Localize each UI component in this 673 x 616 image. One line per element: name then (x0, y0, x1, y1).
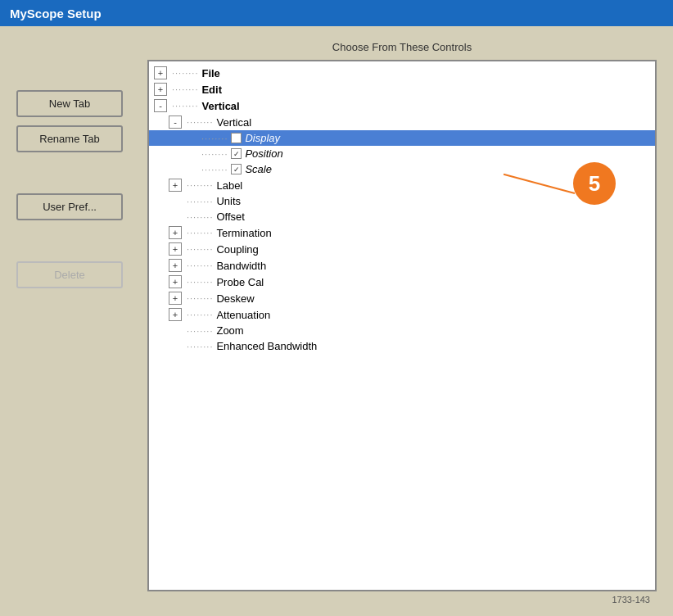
expander-vertical-sub[interactable]: - (169, 116, 182, 129)
expander-termination[interactable]: + (169, 226, 182, 239)
panel-title: Choose From These Controls (147, 41, 657, 53)
tree-label-termination: Termination (216, 227, 271, 239)
new-tab-button[interactable]: New Tab (16, 90, 123, 117)
delete-button[interactable]: Delete (16, 261, 123, 288)
tree-item-file[interactable]: +········File (149, 65, 655, 81)
tree-item-deskew[interactable]: +········Deskew (149, 290, 655, 306)
right-panel: Choose From These Controls 5 +········Fi… (147, 41, 657, 608)
tree-scroll-area[interactable]: +········File+········Edit-········Verti… (149, 61, 655, 590)
tree-item-termination[interactable]: +········Termination (149, 224, 655, 241)
tree-item-probecal[interactable]: +········Probe Cal (149, 274, 655, 290)
tree-item-edit[interactable]: +········Edit (149, 81, 655, 97)
expander-vertical-root[interactable]: - (154, 99, 167, 112)
tree-item-vertical-root[interactable]: -········Vertical (149, 97, 655, 114)
expander-attenuation[interactable]: + (169, 308, 182, 321)
user-pref-button[interactable]: User Pref... (16, 193, 123, 220)
tree-container: +········File+········Edit-········Verti… (147, 60, 657, 591)
tree-label-enhancedbw: Enhanced Bandwidth (216, 340, 317, 352)
tree-item-vertical-sub[interactable]: -········Vertical (149, 114, 655, 130)
tree-item-coupling[interactable]: +········Coupling (149, 241, 655, 257)
expander-file[interactable]: + (154, 66, 167, 79)
checkbox-scale[interactable] (231, 164, 242, 174)
rename-tab-button[interactable]: Rename Tab (16, 125, 123, 152)
tree-label-attenuation: Attenuation (216, 309, 270, 321)
checkbox-position[interactable] (231, 148, 242, 159)
expander-label[interactable]: + (169, 179, 182, 192)
tree-item-display[interactable]: ········Display (149, 130, 655, 146)
tree-label-vertical-root: Vertical (201, 100, 239, 112)
left-panel: New Tab Rename Tab User Pref... Delete (16, 41, 131, 608)
expander-edit[interactable]: + (154, 83, 167, 96)
tree-label-deskew: Deskew (216, 292, 254, 305)
tree-label-probecal: Probe Cal (216, 276, 264, 288)
tree-item-position[interactable]: ········Position (149, 146, 655, 161)
expander-deskew[interactable]: + (169, 292, 182, 305)
footer-text: 1733-143 (147, 591, 657, 608)
title-bar: MyScope Setup (0, 0, 673, 26)
tree-label-display: Display (245, 132, 280, 144)
tree-label-offset: Offset (216, 211, 244, 223)
tree-label-bandwidth: Bandwidth (216, 260, 266, 272)
tree-label-coupling: Coupling (216, 243, 258, 256)
tree-label-zoom: Zoom (216, 324, 243, 337)
tree-label-units: Units (216, 195, 241, 207)
tree-label-edit: Edit (201, 84, 222, 96)
tree-label-label: Label (216, 179, 242, 192)
tree-item-attenuation[interactable]: +········Attenuation (149, 306, 655, 323)
tree-item-enhancedbw[interactable]: ········Enhanced Bandwidth (149, 338, 655, 354)
checkbox-display[interactable] (231, 133, 242, 143)
tree-item-bandwidth[interactable]: +········Bandwidth (149, 257, 655, 274)
tree-label-scale: Scale (245, 163, 272, 175)
tree-label-file: File (201, 67, 219, 79)
tree-item-offset[interactable]: ········Offset (149, 209, 655, 224)
tree-item-zoom[interactable]: ········Zoom (149, 323, 655, 338)
main-content: New Tab Rename Tab User Pref... Delete C… (0, 26, 673, 616)
tree-label-position: Position (245, 147, 282, 160)
title-bar-label: MyScope Setup (10, 7, 102, 20)
expander-coupling[interactable]: + (169, 242, 182, 256)
expander-bandwidth[interactable]: + (169, 259, 182, 272)
tree-label-vertical-sub: Vertical (216, 116, 251, 129)
expander-probecal[interactable]: + (169, 275, 182, 288)
callout-number: 5 (573, 162, 616, 205)
